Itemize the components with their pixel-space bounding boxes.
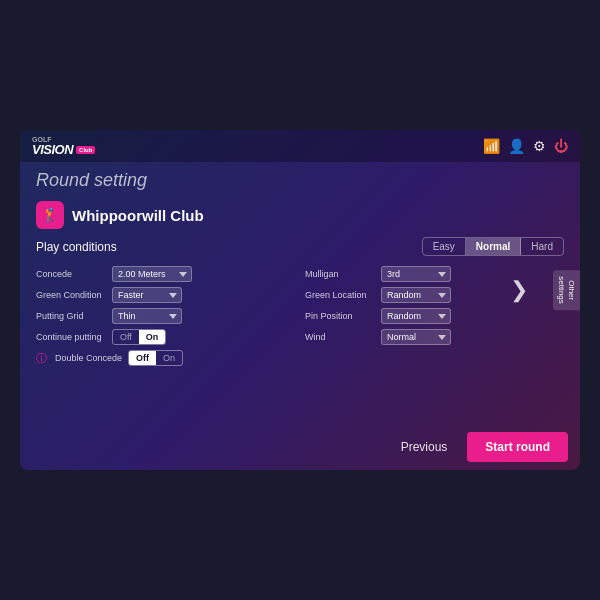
header: GOLF VISION Club 📶 👤 ⚙ ⏻ [20, 130, 580, 162]
concede-select[interactable]: 2.00 Meters 1.00 Meters 1.50 Meters 2.50… [112, 266, 192, 282]
logo-vision-text: VISION [32, 143, 73, 156]
club-name: Whippoorwill Club [72, 207, 204, 224]
continue-putting-off[interactable]: Off [113, 330, 139, 344]
double-concede-toggle: Off On [128, 350, 183, 366]
club-row: 🏌 Whippoorwill Club [36, 201, 564, 229]
gear-icon[interactable]: ⚙ [533, 138, 546, 154]
info-icon: ⓘ [36, 351, 47, 366]
green-location-label: Green Location [305, 290, 375, 300]
page-title: Round setting [20, 162, 580, 195]
previous-button[interactable]: Previous [387, 434, 462, 460]
pin-position-label: Pin Position [305, 311, 375, 321]
green-location-select[interactable]: Random Front Middle Back [381, 287, 451, 303]
pin-position-select[interactable]: Random Front Middle Back [381, 308, 451, 324]
logo: GOLF VISION Club [32, 136, 95, 156]
wind-label: Wind [305, 332, 375, 342]
double-concede-on[interactable]: On [156, 351, 182, 365]
mulligan-label: Mulligan [305, 269, 375, 279]
putting-grid-label: Putting Grid [36, 311, 106, 321]
main-screen: GOLF VISION Club 📶 👤 ⚙ ⏻ Round setting 🏌… [20, 130, 580, 470]
difficulty-easy[interactable]: Easy [423, 238, 466, 255]
putting-grid-select[interactable]: Thin Off Normal Thick [112, 308, 182, 324]
concede-row: Concede 2.00 Meters 1.00 Meters 1.50 Met… [36, 266, 295, 282]
content-area: 🏌 Whippoorwill Club Play conditions Easy… [20, 195, 580, 424]
left-column: Concede 2.00 Meters 1.00 Meters 1.50 Met… [36, 266, 295, 424]
wifi-icon[interactable]: 📶 [483, 138, 500, 154]
other-settings-tab[interactable]: Othersettings [553, 270, 580, 310]
settings-grid: Concede 2.00 Meters 1.00 Meters 1.50 Met… [36, 266, 564, 424]
club-icon: 🏌 [36, 201, 64, 229]
header-icons: 📶 👤 ⚙ ⏻ [483, 138, 568, 154]
double-concede-row: ⓘ Double Concede Off On [36, 350, 295, 366]
start-round-button[interactable]: Start round [467, 432, 568, 462]
play-conditions-label: Play conditions [36, 240, 117, 254]
double-concede-off[interactable]: Off [129, 351, 156, 365]
green-condition-select[interactable]: Faster Normal Fast [112, 287, 182, 303]
difficulty-buttons: Easy Normal Hard [422, 237, 564, 256]
difficulty-normal[interactable]: Normal [466, 238, 521, 255]
wind-select[interactable]: Normal Off Light Strong [381, 329, 451, 345]
mulligan-select[interactable]: 3rd Off 1st 2nd [381, 266, 451, 282]
footer: Previous Start round [20, 424, 580, 470]
green-condition-row: Green Condition Faster Normal Fast [36, 287, 295, 303]
logo-badge: Club [76, 146, 95, 154]
putting-grid-row: Putting Grid Thin Off Normal Thick [36, 308, 295, 324]
wind-row: Wind Normal Off Light Strong [305, 329, 564, 345]
double-concede-label: Double Concede [55, 353, 122, 363]
continue-putting-row: Continue putting Off On [36, 329, 295, 345]
power-icon[interactable]: ⏻ [554, 138, 568, 154]
green-condition-label: Green Condition [36, 290, 106, 300]
difficulty-hard[interactable]: Hard [521, 238, 563, 255]
continue-putting-on[interactable]: On [139, 330, 166, 344]
next-arrow[interactable]: ❯ [510, 277, 528, 303]
user-icon[interactable]: 👤 [508, 138, 525, 154]
concede-label: Concede [36, 269, 106, 279]
play-conditions-row: Play conditions Easy Normal Hard [36, 237, 564, 256]
continue-putting-toggle: Off On [112, 329, 166, 345]
pin-position-row: Pin Position Random Front Middle Back [305, 308, 564, 324]
continue-putting-label: Continue putting [36, 332, 106, 342]
